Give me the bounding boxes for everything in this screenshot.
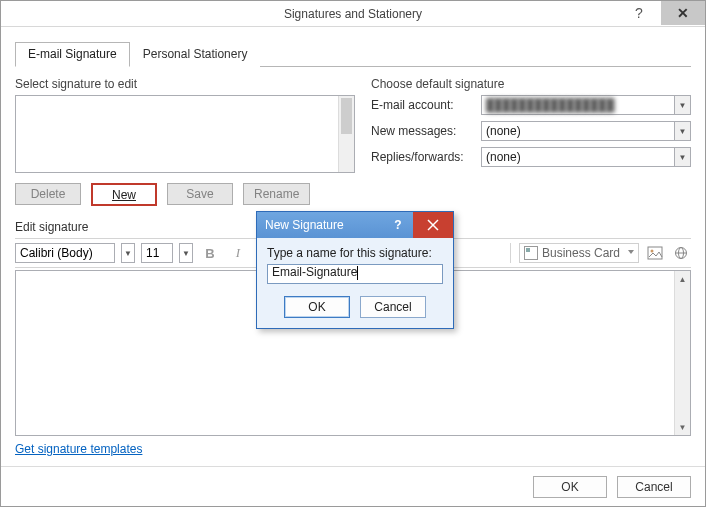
font-select[interactable]: Calibri (Body)	[15, 243, 115, 263]
tab-label: Personal Stationery	[143, 47, 248, 61]
scroll-down-icon[interactable]: ▼	[675, 419, 690, 435]
signature-listbox[interactable]	[15, 95, 355, 173]
svg-point-1	[651, 250, 654, 253]
bold-button[interactable]: B	[199, 243, 221, 263]
scrollbar-thumb[interactable]	[341, 98, 352, 134]
titlebar: Signatures and Stationery ? ✕	[1, 1, 705, 27]
modal-titlebar: New Signature ?	[257, 212, 453, 238]
font-dropdown-button[interactable]: ▼	[121, 243, 135, 263]
modal-ok-button[interactable]: OK	[284, 296, 350, 318]
size-select[interactable]: 11	[141, 243, 173, 263]
ok-button[interactable]: OK	[533, 476, 607, 498]
new-signature-dialog: New Signature ? Type a name for this sig…	[256, 211, 454, 329]
scroll-up-icon[interactable]: ▲	[675, 271, 690, 287]
replies-forwards-value: (none)	[486, 150, 521, 164]
email-account-value: ████████████████	[486, 98, 614, 112]
signature-name-input[interactable]: Email-Signature	[267, 264, 443, 284]
toolbar-separator	[510, 243, 511, 263]
chevron-down-icon: ▼	[674, 148, 690, 166]
close-button[interactable]: ✕	[661, 1, 705, 25]
chevron-down-icon: ▼	[674, 122, 690, 140]
replies-forwards-select[interactable]: (none) ▼	[481, 147, 691, 167]
default-signature-label: Choose default signature	[371, 77, 691, 91]
help-button[interactable]: ?	[617, 1, 661, 25]
chevron-down-icon: ▼	[124, 249, 132, 258]
font-value: Calibri (Body)	[20, 246, 93, 260]
email-account-label: E-mail account:	[371, 98, 481, 112]
business-card-label: Business Card	[542, 246, 620, 260]
delete-button[interactable]: Delete	[15, 183, 81, 205]
new-button-label: New	[112, 188, 136, 202]
tab-label: E-mail Signature	[28, 47, 117, 61]
signature-name-value: Email-Signature	[272, 265, 357, 279]
editor-scrollbar[interactable]: ▲ ▼	[674, 271, 690, 435]
new-messages-select[interactable]: (none) ▼	[481, 121, 691, 141]
italic-button[interactable]: I	[227, 243, 249, 263]
modal-close-button[interactable]	[413, 212, 453, 238]
tabs: E-mail Signature Personal Stationery	[15, 41, 691, 67]
close-icon	[427, 219, 439, 231]
new-button[interactable]: New	[91, 183, 157, 206]
save-button[interactable]: Save	[167, 183, 233, 205]
tab-personal-stationery[interactable]: Personal Stationery	[130, 42, 261, 67]
dialog-footer: OK Cancel	[1, 466, 705, 506]
size-dropdown-button[interactable]: ▼	[179, 243, 193, 263]
cancel-button[interactable]: Cancel	[617, 476, 691, 498]
business-card-icon	[524, 246, 538, 260]
modal-title: New Signature	[265, 218, 344, 232]
email-account-select[interactable]: ████████████████ ▼	[481, 95, 691, 115]
replies-forwards-label: Replies/forwards:	[371, 150, 481, 164]
modal-help-button[interactable]: ?	[383, 212, 413, 238]
insert-picture-button[interactable]	[645, 243, 665, 263]
new-messages-label: New messages:	[371, 124, 481, 138]
insert-hyperlink-button[interactable]	[671, 243, 691, 263]
rename-button[interactable]: Rename	[243, 183, 310, 205]
business-card-button[interactable]: Business Card	[519, 243, 639, 263]
chevron-down-icon	[628, 250, 634, 254]
size-value: 11	[146, 246, 159, 260]
tab-email-signature[interactable]: E-mail Signature	[15, 42, 130, 67]
new-messages-value: (none)	[486, 124, 521, 138]
signature-name-label: Type a name for this signature:	[267, 246, 443, 260]
select-signature-label: Select signature to edit	[15, 77, 355, 91]
text-cursor	[357, 266, 358, 280]
get-templates-link[interactable]: Get signature templates	[15, 442, 142, 456]
chevron-down-icon: ▼	[674, 96, 690, 114]
modal-cancel-button[interactable]: Cancel	[360, 296, 426, 318]
chevron-down-icon: ▼	[182, 249, 190, 258]
listbox-scrollbar[interactable]	[338, 96, 354, 172]
window-title: Signatures and Stationery	[284, 7, 422, 21]
